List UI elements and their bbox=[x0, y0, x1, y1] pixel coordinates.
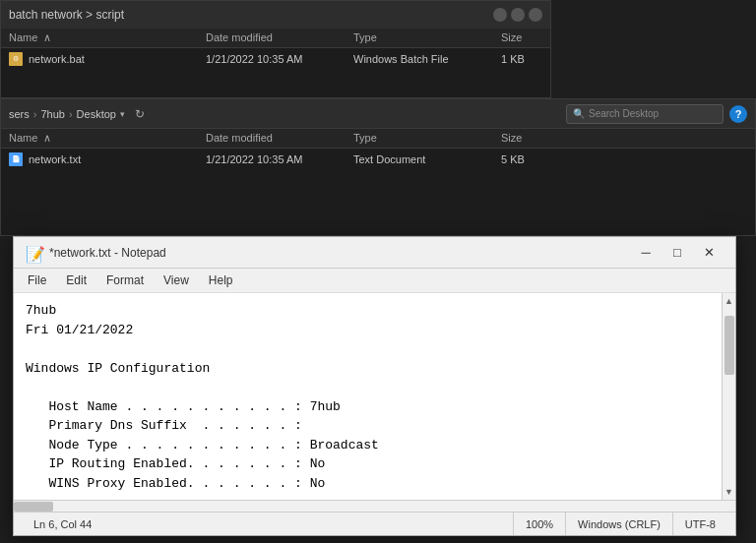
notepad-statusbar: Ln 6, Col 44 100% Windows (CRLF) UTF-8 bbox=[14, 512, 735, 535]
explorer-breadcrumb-top: batch network > script bbox=[9, 8, 124, 22]
search-box[interactable]: 🔍 Search Desktop bbox=[566, 104, 724, 124]
notepad-close-button[interactable]: ✕ bbox=[694, 242, 724, 264]
notepad-horizontal-scrollbar[interactable] bbox=[14, 500, 735, 512]
sep1: › bbox=[33, 108, 37, 120]
scroll-up-arrow[interactable]: ▲ bbox=[723, 293, 736, 309]
notepad-maximize-button[interactable]: □ bbox=[662, 242, 692, 264]
explorer-bottom-window: sers › 7hub › Desktop ▾ ↻ 🔍 Search Deskt… bbox=[0, 98, 756, 236]
notepad-minimize-button[interactable]: ─ bbox=[631, 242, 661, 264]
search-icon: 🔍 bbox=[573, 108, 585, 119]
col-type-bottom: Type bbox=[353, 132, 501, 145]
close-button-top[interactable]: ✕ bbox=[529, 8, 542, 22]
status-encoding: UTF-8 bbox=[673, 513, 727, 535]
notepad-window: 📝 *network.txt - Notepad ─ □ ✕ File Edit… bbox=[13, 236, 736, 536]
txt-file-icon: 📄 bbox=[9, 152, 23, 166]
notepad-titlebar: 📝 *network.txt - Notepad ─ □ ✕ bbox=[14, 237, 735, 269]
bat-file-name: ⚙ network.bat bbox=[9, 52, 206, 66]
menu-file[interactable]: File bbox=[18, 271, 56, 290]
notepad-content-area: 7hub Fri 01/21/2022 Windows IP Configura… bbox=[14, 293, 735, 500]
explorer-top-window: batch network > script ─ □ ✕ Name ∧ Date… bbox=[0, 0, 551, 98]
help-button[interactable]: ? bbox=[729, 105, 747, 123]
scroll-down-arrow[interactable]: ▼ bbox=[723, 484, 736, 500]
col-size-bottom: Size bbox=[501, 132, 580, 145]
col-name-top: Name ∧ bbox=[9, 31, 206, 44]
txt-file-name: 📄 network.txt bbox=[9, 152, 206, 166]
notepad-text-area[interactable]: 7hub Fri 01/21/2022 Windows IP Configura… bbox=[14, 293, 722, 500]
notepad-title: *network.txt - Notepad bbox=[49, 246, 631, 260]
help-icon: ? bbox=[735, 108, 742, 120]
top-window-controls: ─ □ ✕ bbox=[493, 8, 542, 22]
col-type-top: Type bbox=[353, 31, 501, 44]
hscroll-track[interactable] bbox=[14, 501, 735, 512]
scroll-track[interactable] bbox=[723, 309, 735, 484]
status-line-ending: Windows (CRLF) bbox=[566, 513, 673, 535]
explorer-bottom-toolbar: sers › 7hub › Desktop ▾ ↻ 🔍 Search Deskt… bbox=[1, 99, 755, 129]
menu-view[interactable]: View bbox=[154, 271, 199, 290]
search-placeholder: Search Desktop bbox=[589, 108, 659, 119]
scroll-thumb[interactable] bbox=[724, 316, 734, 375]
breadcrumb-dropdown-icon[interactable]: ▾ bbox=[120, 109, 125, 119]
sep2: › bbox=[69, 108, 73, 120]
file-header-top: Name ∧ Date modified Type Size bbox=[1, 29, 550, 48]
explorer-top-titlebar: batch network > script ─ □ ✕ bbox=[1, 1, 550, 29]
file-row-bat[interactable]: ⚙ network.bat 1/21/2022 10:35 AM Windows… bbox=[1, 48, 550, 70]
notepad-scrollbar[interactable]: ▲ ▼ bbox=[722, 293, 735, 500]
status-position: Ln 6, Col 44 bbox=[22, 513, 514, 535]
menu-edit[interactable]: Edit bbox=[56, 271, 96, 290]
bat-file-icon: ⚙ bbox=[9, 52, 23, 66]
status-zoom: 100% bbox=[514, 513, 566, 535]
notepad-app-icon: 📝 bbox=[26, 245, 41, 261]
breadcrumb-desktop: Desktop bbox=[77, 108, 116, 120]
refresh-button[interactable]: ↻ bbox=[131, 105, 149, 123]
col-date-top: Date modified bbox=[206, 31, 353, 44]
col-size-top: Size bbox=[501, 31, 580, 44]
breadcrumb-bottom: sers › 7hub › Desktop ▾ bbox=[9, 108, 125, 120]
hscroll-thumb[interactable] bbox=[14, 502, 53, 512]
maximize-button-top[interactable]: □ bbox=[511, 8, 525, 22]
col-date-bottom: Date modified bbox=[206, 132, 353, 145]
menu-help[interactable]: Help bbox=[199, 271, 243, 290]
breadcrumb-users: sers bbox=[9, 108, 30, 120]
col-name-bottom: Name ∧ bbox=[9, 132, 206, 145]
menu-format[interactable]: Format bbox=[96, 271, 154, 290]
file-row-txt[interactable]: 📄 network.txt 1/21/2022 10:35 AM Text Do… bbox=[1, 149, 755, 170]
notepad-controls: ─ □ ✕ bbox=[631, 242, 724, 264]
file-header-bottom: Name ∧ Date modified Type Size bbox=[1, 129, 755, 149]
minimize-button-top[interactable]: ─ bbox=[493, 8, 507, 22]
notepad-menubar: File Edit Format View Help bbox=[14, 269, 735, 293]
breadcrumb-7hub: 7hub bbox=[40, 108, 64, 120]
